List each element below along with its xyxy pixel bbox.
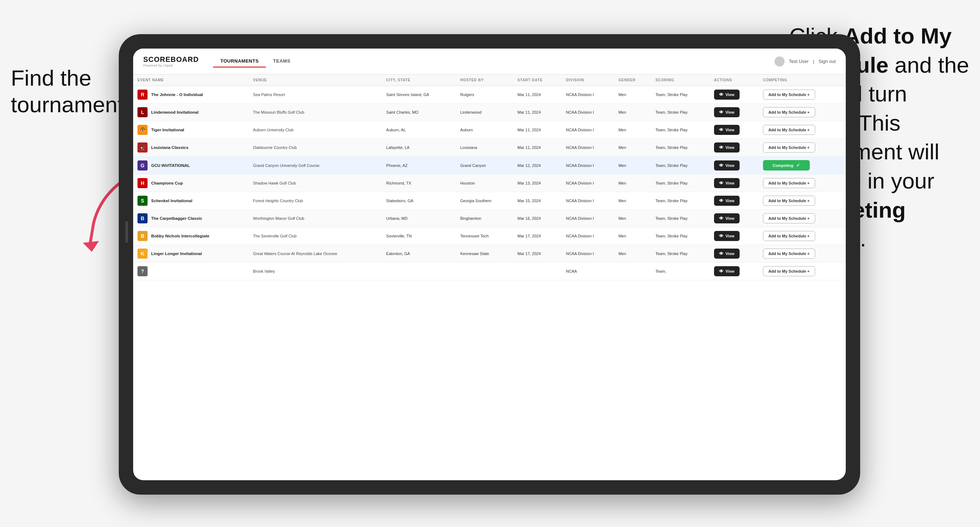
gender-cell: Men: [614, 227, 651, 245]
venue-cell: Great Waters Course At Reynolds Lake Oco…: [249, 245, 382, 263]
date-cell: Mar 13, 2024: [513, 175, 562, 192]
competing-cell: Add to My Schedule +: [759, 210, 846, 227]
eye-icon: 👁: [719, 269, 723, 274]
event-name: The Johnnie - O Individual: [151, 92, 203, 97]
add-to-schedule-button[interactable]: Add to My Schedule +: [763, 90, 815, 100]
tablet-screen: SCOREBOARD Powered by clippd TOURNAMENTS…: [133, 49, 846, 480]
table-row: L Lindenwood Invitational The Missouri B…: [133, 103, 846, 121]
app-header: SCOREBOARD Powered by clippd TOURNAMENTS…: [133, 49, 846, 75]
scoring-cell: Team, Stroke Play: [651, 86, 710, 103]
add-to-schedule-button[interactable]: Add to My Schedule +: [763, 249, 815, 259]
table-header-row: EVENT NAME VENUE CITY, STATE HOSTED BY S…: [133, 75, 846, 86]
event-name: The Carpetbagger Classic: [151, 216, 202, 221]
team-logo: S: [137, 196, 148, 206]
add-to-schedule-button[interactable]: Add to My Schedule +: [763, 125, 815, 135]
actions-cell: 👁 View: [710, 227, 759, 245]
event-name: Linger Longer Invitational: [151, 251, 202, 256]
division-cell: NCAA Division I: [562, 103, 614, 121]
event-name: Louisiana Classics: [151, 145, 189, 150]
eye-icon: 👁: [719, 163, 723, 168]
gender-cell: Men: [614, 103, 651, 121]
add-to-schedule-button[interactable]: Add to My Schedule +: [763, 143, 815, 152]
add-schedule-label: Add to My Schedule +: [768, 128, 810, 132]
view-label: View: [725, 163, 735, 168]
venue-cell: The Sevierville Golf Club: [249, 227, 382, 245]
venue-cell: Forest Heights Country Club: [249, 192, 382, 210]
actions-cell: 👁 View: [710, 263, 759, 280]
competing-cell: Competing✓: [759, 157, 846, 175]
view-label: View: [725, 128, 735, 132]
add-schedule-label: Add to My Schedule +: [768, 234, 810, 238]
venue-cell: Brook Valley: [249, 263, 382, 280]
hosted-cell: Kennesaw State: [456, 245, 513, 263]
user-avatar: [775, 57, 784, 67]
add-to-schedule-button[interactable]: Add to My Schedule +: [763, 266, 815, 276]
division-cell: NCAA Division I: [562, 139, 614, 157]
eye-icon: 👁: [719, 216, 723, 221]
gender-cell: Men: [614, 139, 651, 157]
competing-button[interactable]: Competing✓: [763, 160, 810, 170]
add-to-schedule-button[interactable]: Add to My Schedule +: [763, 178, 815, 188]
event-name-cell: R The Johnnie - O Individual: [137, 90, 244, 100]
tab-tournaments[interactable]: TOURNAMENTS: [213, 56, 266, 68]
view-button[interactable]: 👁 View: [714, 143, 740, 152]
actions-cell: 👁 View: [710, 175, 759, 192]
view-button[interactable]: 👁 View: [714, 231, 740, 241]
view-button[interactable]: 👁 View: [714, 125, 740, 135]
team-logo: B: [137, 231, 148, 241]
competing-cell: Add to My Schedule +: [759, 227, 846, 245]
event-name: Schenkel Invitational: [151, 198, 192, 203]
competing-label: Competing: [773, 163, 793, 168]
city-cell: Urbana, MD: [382, 210, 456, 227]
col-event-name: EVENT NAME: [133, 75, 249, 86]
logo-area: SCOREBOARD Powered by clippd: [143, 56, 199, 67]
city-cell: Saint Charles, MO: [382, 103, 456, 121]
view-button[interactable]: 👁 View: [714, 249, 740, 259]
add-schedule-label: Add to My Schedule +: [768, 251, 810, 256]
venue-cell: Grand Canyon University Golf Course: [249, 157, 382, 175]
division-cell: NCAA: [562, 263, 614, 280]
view-button[interactable]: 👁 View: [714, 160, 740, 170]
hosted-cell: Tennessee Tech: [456, 227, 513, 245]
table-row: R The Johnnie - O Individual Sea Palms R…: [133, 86, 846, 103]
competing-cell: Add to My Schedule +: [759, 263, 846, 280]
view-button[interactable]: 👁 View: [714, 196, 740, 206]
scoring-cell: Team, Stroke Play: [651, 103, 710, 121]
tab-teams[interactable]: TEAMS: [266, 56, 298, 68]
competing-cell: Add to My Schedule +: [759, 86, 846, 103]
add-schedule-label: Add to My Schedule +: [768, 145, 810, 150]
eye-icon: 👁: [719, 233, 723, 238]
view-button[interactable]: 👁 View: [714, 213, 740, 224]
table-row: B Bobby Nichols Intercollegiate The Sevi…: [133, 227, 846, 245]
competing-cell: Add to My Schedule +: [759, 103, 846, 121]
add-schedule-label: Add to My Schedule +: [768, 269, 810, 273]
add-to-schedule-button[interactable]: Add to My Schedule +: [763, 231, 815, 241]
table-row: B The Carpetbagger Classic Worthington M…: [133, 210, 846, 227]
add-to-schedule-button[interactable]: Add to My Schedule +: [763, 196, 815, 206]
table-row: H Champions Cup Shadow Hawk Golf Club Ri…: [133, 175, 846, 192]
division-cell: NCAA Division I: [562, 210, 614, 227]
scoring-cell: Team, Stroke Play: [651, 245, 710, 263]
view-button[interactable]: 👁 View: [714, 178, 740, 188]
sign-out-link[interactable]: Sign out: [818, 59, 836, 64]
eye-icon: 👁: [719, 251, 723, 256]
view-button[interactable]: 👁 View: [714, 107, 740, 117]
actions-cell: 👁 View: [710, 103, 759, 121]
view-label: View: [725, 216, 735, 221]
division-cell: NCAA Division I: [562, 192, 614, 210]
gender-cell: Men: [614, 86, 651, 103]
date-cell: Mar 11, 2024: [513, 103, 562, 121]
event-name-cell: ?: [137, 266, 244, 276]
view-button[interactable]: 👁 View: [714, 266, 740, 276]
actions-cell: 👁 View: [710, 192, 759, 210]
event-name-cell: B The Carpetbagger Classic: [137, 213, 244, 224]
hosted-cell: Houston: [456, 175, 513, 192]
table-row: G GCU INVITATIONAL Grand Canyon Universi…: [133, 157, 846, 175]
add-to-schedule-button[interactable]: Add to My Schedule +: [763, 213, 815, 224]
hosted-cell: Louisiana: [456, 139, 513, 157]
competing-cell: Add to My Schedule +: [759, 192, 846, 210]
add-to-schedule-button[interactable]: Add to My Schedule +: [763, 107, 815, 117]
view-button[interactable]: 👁 View: [714, 90, 740, 100]
hosted-cell: [456, 263, 513, 280]
date-cell: Mar 17, 2024: [513, 245, 562, 263]
